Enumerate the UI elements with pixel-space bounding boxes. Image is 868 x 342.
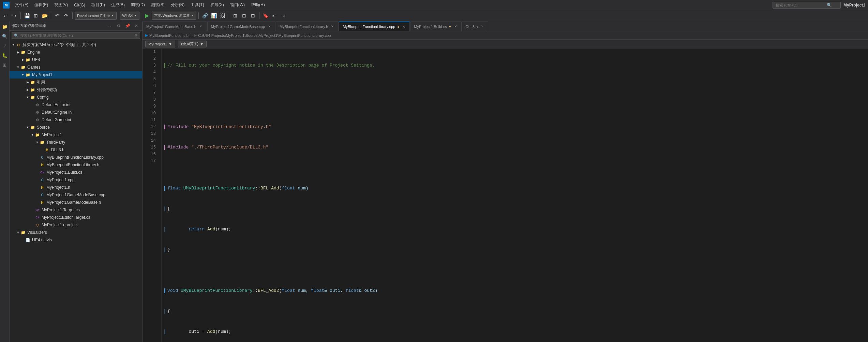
menu-window[interactable]: 窗口(W): [227, 1, 248, 9]
toolbar-extra3[interactable]: ⊡: [249, 12, 257, 20]
tree-arrow-thirdparty[interactable]: ▼: [35, 140, 40, 145]
tree-item-config[interactable]: ▼ 📁 Config: [10, 94, 142, 101]
tree-item-myproject1[interactable]: ▼ 📁 MyProject1: [10, 71, 142, 79]
side-icon-git[interactable]: ⑂: [1, 42, 9, 50]
panel-pin-btn[interactable]: 📌: [124, 23, 131, 29]
tree-arrow-visualizers[interactable]: ▼: [16, 230, 20, 235]
tree-item-gamemodebase-h[interactable]: ▶ H MyProject1GameModeBase.h: [10, 199, 142, 206]
toolbar-redo-btn[interactable]: ↷: [62, 12, 70, 20]
menu-help[interactable]: 帮助(H): [248, 1, 268, 9]
tab-blueprint-h[interactable]: MyBlueprintFunctionLibrary.h ✕: [276, 22, 339, 31]
tree-item-gamemodebase-cpp[interactable]: ▶ C MyProject1GameModeBase.cpp: [10, 191, 142, 199]
tree-item-thirdparty[interactable]: ▼ 📁 ThirdParty: [10, 139, 142, 146]
panel-sync-btn[interactable]: ↔: [107, 23, 113, 29]
config-dropdown[interactable]: Development Editor ▼: [75, 12, 117, 20]
global-search-bar[interactable]: 🔍: [773, 2, 841, 9]
menu-file[interactable]: 文件(F): [12, 1, 31, 9]
tree-item-dll3h[interactable]: ▶ H DLL3.h: [10, 146, 142, 154]
tree-arrow-external[interactable]: ▶: [25, 87, 30, 92]
tab-gamemode-cpp[interactable]: MyProject1GameModeBase.cpp ✕: [207, 22, 275, 31]
tree-item-visualizers[interactable]: ▼ 📁 Visualizers: [10, 229, 142, 236]
menu-project[interactable]: 项目(P): [89, 1, 108, 9]
menu-extensions[interactable]: 扩展(X): [208, 1, 227, 9]
tree-item-engine[interactable]: ▶ 📁 Engine: [10, 48, 142, 56]
toolbar-attach-btn[interactable]: 🔗: [201, 12, 209, 20]
global-search-input[interactable]: [776, 3, 827, 7]
toolbar-align-right[interactable]: ⇥: [279, 12, 287, 20]
tree-item-source[interactable]: ▼ 📁 Source: [10, 124, 142, 131]
menu-analyze[interactable]: 分析(N): [168, 1, 188, 9]
tree-item-games[interactable]: ▼ 📁 Games: [10, 63, 142, 71]
project-scope-dropdown[interactable]: MyProject1 ▼: [145, 41, 175, 47]
tree-item-external[interactable]: ▶ 📁 外部依赖项: [10, 86, 142, 94]
tree-arrow-myproject1[interactable]: ▼: [20, 72, 25, 77]
tree-item-targetcs[interactable]: ▶ C# MyProject1.Target.cs: [10, 206, 142, 214]
toolbar-run-btn[interactable]: ▶: [143, 12, 151, 20]
solution-search-input[interactable]: [20, 33, 133, 38]
tab-dll3h-close[interactable]: ✕: [480, 24, 484, 29]
solution-search-bar[interactable]: 🔍 ✕: [12, 32, 140, 39]
toolbar-align-left[interactable]: ⇤: [270, 12, 279, 20]
breadcrumb-item-1[interactable]: MyBlueprintFunctionLibr...: [149, 33, 193, 38]
tree-arrow-solution[interactable]: ▼: [11, 42, 16, 47]
tab-gamemode-h-close[interactable]: ✕: [198, 24, 203, 29]
tab-build-cs-close[interactable]: ✕: [453, 24, 458, 29]
menu-view[interactable]: 视图(V): [51, 1, 71, 9]
code-editor[interactable]: 1 2 3 4 5 6 7 8 9 10 11 12 13 14 15 16 1…: [143, 48, 868, 342]
tab-gamemode-h[interactable]: MyProject1GameModeBase.h ✕: [143, 22, 207, 31]
tree-item-myproject1src[interactable]: ▼ 📁 MyProject1: [10, 131, 142, 139]
tree-item-solution[interactable]: ▼ ⊡ 解决方案'MyProject1'(2 个项目，共 2 个): [10, 41, 142, 48]
tree-arrow-ref[interactable]: ▶: [25, 80, 30, 85]
tree-item-buildcs[interactable]: ▶ C# MyProject1.Build.cs: [10, 169, 142, 176]
tree-item-myproject1cpp[interactable]: ▶ C MyProject1.cpp: [10, 176, 142, 184]
toolbar-save-btn[interactable]: 💾: [23, 12, 31, 20]
toolbar-saveall-btn[interactable]: ⊞: [32, 12, 40, 20]
toolbar-extra2[interactable]: ⊟: [240, 12, 248, 20]
toolbar-back-btn[interactable]: ↩: [1, 12, 10, 20]
tree-item-blueprint-cpp[interactable]: ▶ C MyBlueprintFunctionLibrary.cpp: [10, 154, 142, 161]
global-scope-dropdown[interactable]: (全局范围) ▼: [178, 41, 207, 47]
side-icon-debug[interactable]: 🐛: [1, 51, 9, 59]
side-icon-explorer[interactable]: 📁: [1, 23, 9, 31]
tree-item-blueprint-h[interactable]: ▶ H MyBlueprintFunctionLibrary.h: [10, 161, 142, 169]
toolbar-extra1[interactable]: ⊞: [231, 12, 239, 20]
tree-item-editortargetcs[interactable]: ▶ C# MyProject1Editor.Target.cs: [10, 214, 142, 221]
menu-debug[interactable]: 调试(D): [128, 1, 148, 9]
tab-gamemode-cpp-close[interactable]: ✕: [267, 24, 272, 29]
tree-arrow-config[interactable]: ▼: [25, 95, 30, 100]
panel-prop-btn[interactable]: ⚙: [116, 23, 122, 29]
tree-item-ref[interactable]: ▶ 📁 引用: [10, 79, 142, 86]
toolbar-forward-btn[interactable]: ↪: [10, 12, 18, 20]
menu-git[interactable]: Git(G): [71, 2, 88, 8]
tree-item-uproject[interactable]: ▶ ⬡ MyProject1.uproject: [10, 221, 142, 229]
tree-item-myproject1h[interactable]: ▶ H MyProject1.h: [10, 184, 142, 191]
tree-arrow-games[interactable]: ▼: [16, 65, 20, 70]
tree-arrow-myproject1src[interactable]: ▼: [30, 132, 35, 137]
tree-item-defaultengine[interactable]: ▶ ⚙ DefaultEngine.ini: [10, 109, 142, 116]
tree-arrow-engine[interactable]: ▶: [16, 50, 20, 55]
tab-dll3h[interactable]: DLL3.h ✕: [462, 22, 488, 31]
side-icon-search[interactable]: 🔍: [1, 32, 9, 40]
panel-search-clear-icon[interactable]: ✕: [134, 33, 138, 38]
code-content[interactable]: // Fill out your copyright notice in the…: [162, 48, 868, 342]
side-icon-extensions[interactable]: ⊞: [1, 61, 9, 69]
toolbar-img-btn[interactable]: 🖼: [219, 12, 227, 20]
tree-item-ue4natvis[interactable]: ▶ 📄 UE4.natvis: [10, 236, 142, 244]
panel-close-btn[interactable]: ✕: [133, 23, 139, 29]
menu-edit[interactable]: 编辑(E): [32, 1, 51, 9]
toolbar-undo-btn[interactable]: ↶: [53, 12, 61, 20]
menu-tools[interactable]: 工具(T): [188, 1, 207, 9]
tree-item-defaulteditor[interactable]: ▶ ⚙ DefaultEditor.ini: [10, 101, 142, 109]
tab-blueprint-h-close[interactable]: ✕: [330, 24, 335, 29]
run-dropdown[interactable]: 本地 Windows 调试器 ▼: [152, 12, 197, 20]
toolbar-open-btn[interactable]: 📂: [41, 12, 49, 20]
breadcrumb-path[interactable]: C:\UE4 Projects\MyProject1\Source\MyProj…: [198, 33, 331, 38]
menu-build[interactable]: 生成(B): [108, 1, 128, 9]
tab-blueprint-cpp[interactable]: MyBlueprintFunctionLibrary.cpp ● ✕: [339, 22, 410, 31]
toolbar-bookmark[interactable]: 🔖: [261, 12, 270, 20]
tab-build-cs[interactable]: MyProject1.Build.cs ● ✕: [410, 22, 462, 31]
tree-arrow-ue4[interactable]: ▶: [20, 57, 25, 62]
tree-item-ue4[interactable]: ▶ 📁 UE4: [10, 56, 142, 63]
toolbar-perf-btn[interactable]: 📊: [210, 12, 218, 20]
menu-test[interactable]: 测试(S): [148, 1, 167, 9]
